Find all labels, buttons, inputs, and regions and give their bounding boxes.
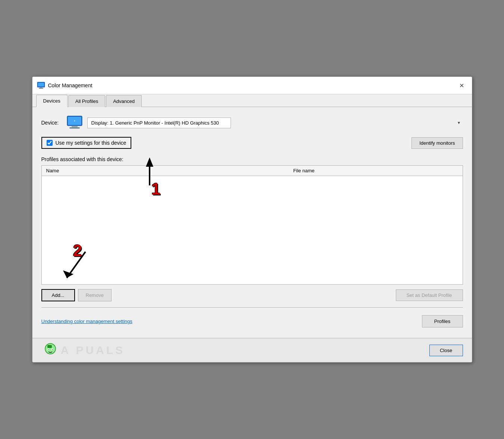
device-label: Device:: [41, 120, 62, 126]
tab-devices[interactable]: Devices: [36, 95, 68, 107]
remove-button[interactable]: Remove: [78, 289, 112, 301]
use-settings-label[interactable]: Use my settings for this device: [56, 140, 126, 146]
tab-all-profiles[interactable]: All Profiles: [68, 95, 105, 107]
bottom-bar: A PUALS Close: [32, 338, 472, 362]
identify-monitors-button[interactable]: Identify monitors: [411, 137, 463, 149]
svg-rect-7: [69, 127, 80, 129]
tab-advanced[interactable]: Advanced: [106, 95, 142, 107]
svg-point-8: [74, 120, 75, 122]
device-select[interactable]: Display: 1. Generic PnP Monitor - Intel(…: [87, 117, 231, 128]
title-bar: Color Management ✕: [32, 77, 472, 94]
window-icon: [37, 81, 45, 90]
table-header-name: Name: [46, 168, 293, 173]
title-bar-left: Color Management: [37, 81, 93, 90]
table-wrapper: Name File name: [41, 165, 463, 285]
profiles-button[interactable]: Profiles: [422, 315, 463, 327]
svg-rect-14: [47, 345, 52, 348]
svg-rect-6: [72, 126, 78, 127]
svg-point-18: [52, 349, 53, 350]
tab-bar: Devices All Profiles Advanced: [32, 94, 472, 107]
content-area: Device: Display: 1. Generic PnP Monitor …: [32, 107, 472, 338]
close-button[interactable]: Close: [429, 345, 463, 356]
color-management-link[interactable]: Understanding color management settings: [41, 319, 132, 324]
svg-rect-1: [38, 83, 44, 87]
monitor-device-icon: [66, 115, 83, 131]
add-button[interactable]: Add...: [41, 289, 75, 301]
buttons-left: Add... Remove: [41, 289, 112, 301]
use-settings-checkbox[interactable]: [47, 140, 53, 146]
use-settings-checkbox-group[interactable]: Use my settings for this device: [41, 137, 132, 149]
window-title: Color Management: [48, 82, 93, 88]
table-body: [42, 176, 463, 280]
table-header-filename: File name: [293, 168, 458, 173]
color-management-window: Color Management ✕ Devices All Profiles …: [32, 76, 472, 363]
profiles-table-container[interactable]: Name File name: [41, 165, 463, 285]
watermark-text: A PUALS: [61, 344, 125, 357]
device-row: Device: Display: 1. Generic PnP Monitor …: [41, 115, 463, 131]
window-close-button[interactable]: ✕: [456, 80, 467, 91]
buttons-row: 2 Add... Remove Set as Default Profile: [41, 289, 463, 301]
separator: [41, 307, 463, 308]
checkbox-area: Use my settings for this device Identify…: [41, 137, 463, 149]
device-select-wrapper[interactable]: Display: 1. Generic PnP Monitor - Intel(…: [87, 117, 463, 128]
svg-rect-3: [39, 88, 43, 89]
footer-row: Understanding color management settings …: [41, 312, 463, 330]
bottom-bar-inner: A PUALS Close: [41, 341, 463, 359]
checkbox-row: Use my settings for this device Identify…: [41, 137, 463, 149]
set-default-profile-button[interactable]: Set as Default Profile: [396, 289, 463, 301]
svg-rect-2: [40, 87, 43, 88]
watermark: A PUALS: [41, 341, 125, 359]
table-header: Name File name: [42, 166, 463, 176]
appuals-mascot: [41, 341, 59, 359]
profiles-section-label: Profiles associated with this device:: [41, 156, 463, 162]
svg-point-17: [48, 349, 49, 350]
